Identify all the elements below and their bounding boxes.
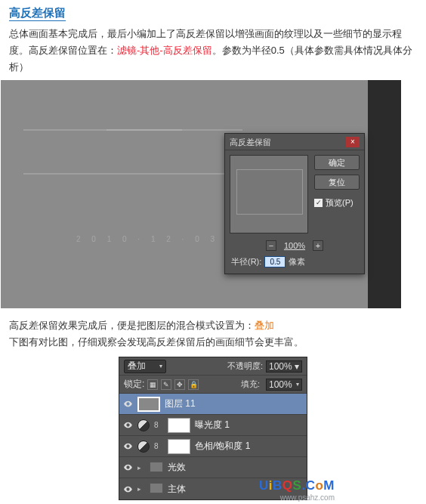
zoom-in-button[interactable]: + xyxy=(313,240,323,251)
chevron-down-icon: ▾ xyxy=(296,381,299,388)
fill-input[interactable]: 100% ▾ xyxy=(266,379,302,391)
layer-thumb xyxy=(137,397,160,412)
fill-label: 填充: xyxy=(241,379,260,390)
chevron-down-icon: ▾ xyxy=(159,363,162,369)
folder-icon xyxy=(150,460,163,475)
dialog-preview xyxy=(230,155,308,233)
lock-brush-icon[interactable]: ✎ xyxy=(161,379,171,390)
link-icon: 8 xyxy=(154,421,163,429)
layer-name: 曝光度 1 xyxy=(195,419,230,431)
radius-row: 半径(R): 0.5 像素 xyxy=(225,253,364,274)
visibility-toggle[interactable] xyxy=(122,441,133,452)
lock-move-icon[interactable]: ✥ xyxy=(174,379,185,390)
preview-label: 预览(P) xyxy=(326,197,353,209)
ok-button[interactable]: 确定 xyxy=(314,155,360,170)
visibility-toggle[interactable] xyxy=(122,420,133,431)
layer-group-row[interactable]: ▸ 光效 xyxy=(119,457,307,478)
lock-fill-row: 锁定: ▦ ✎ ✥ 🔒 填充: 100% ▾ xyxy=(119,376,307,394)
link-icon: 8 xyxy=(154,442,163,450)
checkbox-icon: ✓ xyxy=(314,199,323,207)
chevron-down-icon: ▾ xyxy=(295,361,299,372)
lock-label: 锁定: xyxy=(124,378,144,391)
radius-label: 半径(R): xyxy=(231,256,261,267)
fill-value: 100% xyxy=(269,379,292,390)
layer-name: 图层 11 xyxy=(165,397,196,410)
expand-icon[interactable]: ▸ xyxy=(137,464,145,472)
zoom-percent[interactable]: 100% xyxy=(284,241,305,250)
folder-icon xyxy=(150,481,163,496)
screenshot-highpass: 2 0 1 0 · 1 2 · 0 3 高反差保留 × 确定 复位 ✓ 预览(P… xyxy=(1,80,401,308)
zoom-row: − 100% + xyxy=(225,238,364,253)
highpass-dialog: 高反差保留 × 确定 复位 ✓ 预览(P) − 100% + 半径(R): 0.… xyxy=(224,133,365,274)
watermark-main: UiBQS.CoM xyxy=(259,478,335,493)
reset-button[interactable]: 复位 xyxy=(314,175,360,190)
canvas-outside-area xyxy=(368,80,401,308)
dialog-titlebar: 高反差保留 × xyxy=(225,134,364,150)
blend-opacity-row: 叠加 ▾ 不透明度: 100% ▾ xyxy=(119,357,307,376)
opacity-value: 100% xyxy=(269,361,292,372)
watermark-sub: www.psahz.com xyxy=(259,493,335,502)
intro-highlight: 滤镜-其他-高反差保留 xyxy=(117,45,212,56)
visibility-toggle[interactable] xyxy=(122,462,133,473)
layer-row[interactable]: 8 色相/饱和度 1 xyxy=(119,436,307,457)
layer-row-selected[interactable]: 图层 11 xyxy=(119,394,307,415)
watermark: UiBQS.CoM www.psahz.com xyxy=(259,478,335,502)
expand-icon[interactable]: ▸ xyxy=(137,485,145,493)
blend-mode-select[interactable]: 叠加 ▾ xyxy=(124,360,166,373)
layer-row[interactable]: 8 曝光度 1 xyxy=(119,415,307,436)
mid-paragraph: 高反差保留效果完成后，便是把图层的混合模式设置为：叠加 下图有对比图，仔细观察会… xyxy=(9,317,417,351)
preview-checkbox[interactable]: ✓ 预览(P) xyxy=(314,197,360,209)
mask-thumb xyxy=(168,439,190,454)
mask-thumb xyxy=(168,418,190,433)
mid-highlight: 叠加 xyxy=(255,320,274,331)
radius-input[interactable]: 0.5 xyxy=(264,256,286,267)
zoom-out-button[interactable]: − xyxy=(266,240,276,251)
layer-name: 主体 xyxy=(168,483,186,496)
close-icon[interactable]: × xyxy=(346,137,360,147)
dialog-title: 高反差保留 xyxy=(230,134,271,150)
adjustment-icon xyxy=(137,419,150,431)
section-heading: 高反差保留 xyxy=(9,6,66,21)
radius-unit: 像素 xyxy=(289,256,305,267)
visibility-toggle[interactable] xyxy=(122,399,133,410)
blend-mode-value: 叠加 xyxy=(128,360,146,373)
opacity-label: 不透明度: xyxy=(227,360,263,372)
opacity-input[interactable]: 100% ▾ xyxy=(266,360,302,373)
canvas-date-text: 2 0 1 0 · 1 2 · 0 3 xyxy=(76,235,219,243)
layer-name: 光效 xyxy=(168,461,186,474)
lock-pixels-icon[interactable]: ▦ xyxy=(147,379,158,390)
mid-text-a: 高反差保留效果完成后，便是把图层的混合模式设置为： xyxy=(9,320,255,331)
layer-name: 色相/饱和度 1 xyxy=(195,440,250,453)
intro-paragraph: 总体画面基本完成后，最后小编加上了高反差保留以增强画面的纹理以及一些细节的显示程… xyxy=(9,26,417,76)
lock-all-icon[interactable]: 🔒 xyxy=(188,379,199,390)
adjustment-icon xyxy=(137,441,150,453)
visibility-toggle[interactable] xyxy=(122,484,133,494)
mid-text-b: 下图有对比图，仔细观察会发现高反差保留后的画面细节会更丰富。 xyxy=(9,334,417,351)
